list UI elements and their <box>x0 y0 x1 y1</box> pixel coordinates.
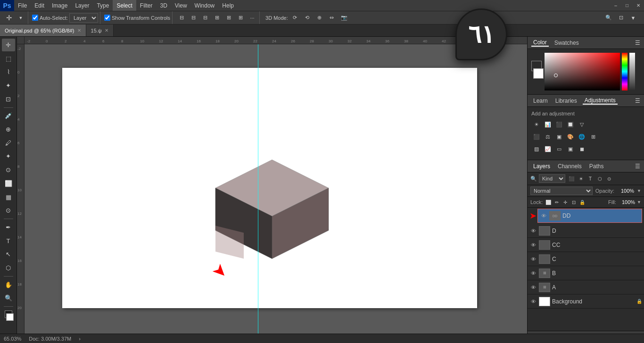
adj-gradient-map[interactable]: ▣ <box>565 144 576 154</box>
color-panel-menu[interactable]: ☰ <box>635 40 640 46</box>
adj-posterize[interactable]: 📈 <box>543 144 553 154</box>
heal-btn[interactable]: ⊕ <box>2 123 15 136</box>
pen-btn[interactable]: ✒ <box>2 221 15 234</box>
tab-channels[interactable]: Channels <box>556 162 584 171</box>
status-expand[interactable]: › <box>79 336 81 342</box>
adj-threshold[interactable]: ▭ <box>554 144 564 154</box>
tab-color[interactable]: Color <box>531 39 549 47</box>
menu-edit[interactable]: Edit <box>31 0 48 11</box>
opacity-dropdown[interactable]: ▼ <box>637 188 641 193</box>
menu-type[interactable]: Type <box>93 0 113 11</box>
menu-select[interactable]: Select <box>113 0 136 11</box>
eyedropper-btn[interactable]: 💉 <box>2 109 15 122</box>
type-btn[interactable]: T <box>2 235 15 247</box>
background-swatch[interactable] <box>533 68 544 79</box>
align-middle-icon[interactable]: ⊞ <box>223 13 234 23</box>
tab-libraries[interactable]: Libraries <box>553 98 579 104</box>
adj-bw[interactable]: ▣ <box>554 131 564 142</box>
auto-select-checkbox[interactable] <box>32 15 38 21</box>
adj-exposure[interactable]: 🔲 <box>565 119 576 130</box>
move-tool-btn[interactable]: ✛ <box>2 39 15 51</box>
transform-checkbox[interactable] <box>104 15 110 21</box>
layer-dd-eye[interactable]: 👁 <box>540 212 547 220</box>
more-icon[interactable]: ··· <box>247 13 257 23</box>
history-btn[interactable]: ⊙ <box>2 163 15 176</box>
background-color[interactable] <box>6 313 14 321</box>
layer-row-background[interactable]: 👁 Background 🔒 <box>528 294 644 309</box>
marquee-tool-btn[interactable]: ⬚ <box>2 52 15 65</box>
adj-selective-color[interactable]: ◼ <box>577 144 587 154</box>
lock-artboard-icon[interactable]: ⊡ <box>570 198 578 206</box>
menu-layer[interactable]: Layer <box>71 0 93 11</box>
move-tool-dropdown[interactable]: ▼ <box>16 13 26 23</box>
menu-view[interactable]: View <box>171 0 191 11</box>
adj-colorbalance[interactable]: ⚖ <box>543 131 553 142</box>
opacity-value[interactable]: 100% <box>617 188 634 194</box>
filter-type-icon[interactable]: T <box>586 174 594 183</box>
workspace-icon[interactable]: ⊡ <box>616 13 626 23</box>
hue-slider[interactable] <box>622 53 627 90</box>
layer-row-a[interactable]: 👁 ⊞ A <box>528 280 644 294</box>
tab-swatches[interactable]: Swatches <box>553 40 581 46</box>
layer-d-eye[interactable]: 👁 <box>529 227 537 235</box>
lasso-tool-btn[interactable]: ⌇ <box>2 65 15 78</box>
hand-btn[interactable]: ✋ <box>2 278 15 291</box>
adj-color-lookup[interactable]: ⊞ <box>588 131 598 142</box>
adj-invert[interactable]: ▨ <box>531 144 542 154</box>
3d-icon-1[interactable]: ⟳ <box>290 13 300 23</box>
filter-shape-icon[interactable]: ⬡ <box>595 174 604 183</box>
adj-vibrance[interactable]: ▽ <box>577 119 587 130</box>
alpha-slider[interactable] <box>629 53 635 90</box>
adj-photo-filter[interactable]: 🎨 <box>565 131 576 142</box>
blend-mode-select[interactable]: Normal Multiply Screen <box>530 187 593 195</box>
filter-adjust-icon[interactable]: ☀ <box>577 174 585 183</box>
tab-layers[interactable]: Layers <box>531 162 552 171</box>
adj-curves[interactable]: ⬛ <box>554 119 564 130</box>
layer-row-d[interactable]: 👁 D <box>528 224 644 238</box>
menu-file[interactable]: File <box>14 0 31 11</box>
tab-adjustments[interactable]: Adjustments <box>583 97 618 105</box>
gradient-btn[interactable]: ▦ <box>2 191 15 204</box>
tab-learn[interactable]: Learn <box>531 98 550 104</box>
filter-pixel-icon[interactable]: ⬛ <box>567 174 576 183</box>
menu-help[interactable]: Help <box>218 0 238 11</box>
menu-3d[interactable]: 3D <box>156 0 171 11</box>
layer-bg-eye[interactable]: 👁 <box>529 298 537 305</box>
canvas-area[interactable]: -2 0 2 4 6 8 10 12 14 16 18 20 22 24 26 … <box>17 37 527 343</box>
tab-15-close[interactable]: ✕ <box>105 28 108 33</box>
align-left-icon[interactable]: ⊟ <box>176 13 187 23</box>
layer-row-cc[interactable]: 👁 CC <box>528 238 644 252</box>
tab-original-close[interactable]: ✕ <box>77 28 81 33</box>
layers-menu-btn[interactable]: ☰ <box>635 163 640 170</box>
tab-original[interactable]: Original.psd @ 65% (RGB/8#) ✕ <box>0 24 86 36</box>
3d-icon-5[interactable]: 📷 <box>339 13 349 23</box>
align-center-icon[interactable]: ⊟ <box>188 13 198 23</box>
adj-panel-menu[interactable]: ☰ <box>635 98 640 104</box>
layer-row-c[interactable]: 👁 C <box>528 252 644 266</box>
adj-levels[interactable]: 📊 <box>543 119 553 130</box>
magic-wand-btn[interactable]: ✦ <box>2 79 15 92</box>
brush-btn[interactable]: 🖊 <box>2 137 15 149</box>
color-gradient[interactable] <box>545 53 620 90</box>
lock-move-icon[interactable]: ✛ <box>561 198 569 206</box>
close-button[interactable]: ✕ <box>633 0 644 11</box>
3d-icon-2[interactable]: ⟲ <box>302 13 313 23</box>
layer-c-eye[interactable]: 👁 <box>529 255 537 263</box>
shape-btn[interactable]: ⬡ <box>2 261 15 274</box>
3d-icon-4[interactable]: ⇔ <box>327 13 337 23</box>
filter-kind-select[interactable]: Kind Name Effect <box>539 174 565 183</box>
fill-value[interactable]: 100% <box>618 199 635 205</box>
dodge-btn[interactable]: ⊙ <box>2 204 15 217</box>
lock-draw-icon[interactable]: ✏ <box>553 198 561 206</box>
layer-b-eye[interactable]: 👁 <box>529 270 537 277</box>
layer-cc-eye[interactable]: 👁 <box>529 241 537 249</box>
filter-smart-icon[interactable]: ⊙ <box>605 174 613 183</box>
adj-brightness[interactable]: ☀ <box>531 119 542 130</box>
zoom-level[interactable]: 65.03% <box>4 336 21 342</box>
align-right-icon[interactable]: ⊟ <box>200 13 210 23</box>
lock-all-icon[interactable]: 🔒 <box>578 198 586 206</box>
crop-tool-btn[interactable]: ⊡ <box>2 93 15 106</box>
minimize-button[interactable]: – <box>610 0 621 11</box>
eraser-btn[interactable]: ⬜ <box>2 177 15 190</box>
menu-image[interactable]: Image <box>48 0 71 11</box>
